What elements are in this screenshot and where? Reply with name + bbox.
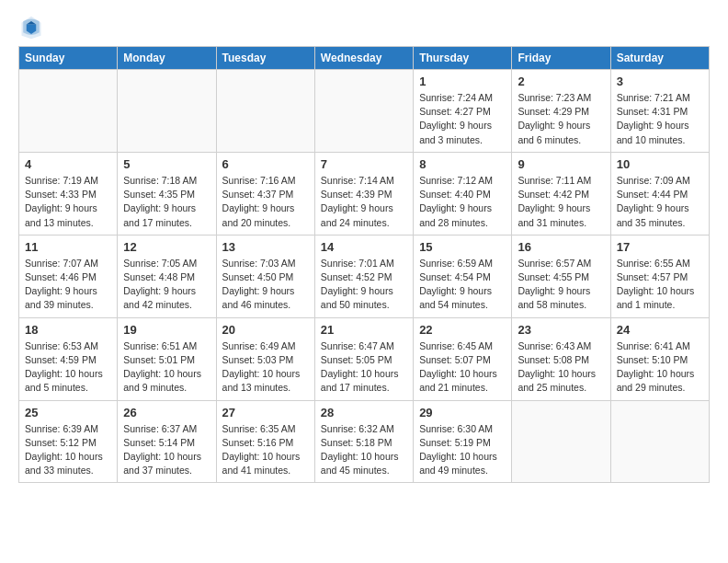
day-info: Sunrise: 6:57 AM Sunset: 4:55 PM Dayligh… xyxy=(518,257,604,313)
day-info: Sunrise: 6:37 AM Sunset: 5:14 PM Dayligh… xyxy=(123,422,210,478)
day-cell: 8Sunrise: 7:12 AM Sunset: 4:40 PM Daylig… xyxy=(414,152,512,235)
day-cell: 18Sunrise: 6:53 AM Sunset: 4:59 PM Dayli… xyxy=(19,317,118,400)
day-info: Sunrise: 7:03 AM Sunset: 4:50 PM Dayligh… xyxy=(222,257,309,313)
calendar-table: SundayMondayTuesdayWednesdayThursdayFrid… xyxy=(18,46,710,483)
day-cell: 15Sunrise: 6:59 AM Sunset: 4:54 PM Dayli… xyxy=(414,235,512,317)
day-cell: 7Sunrise: 7:14 AM Sunset: 4:39 PM Daylig… xyxy=(314,152,413,235)
day-cell: 10Sunrise: 7:09 AM Sunset: 4:44 PM Dayli… xyxy=(610,152,709,235)
day-info: Sunrise: 7:05 AM Sunset: 4:48 PM Dayligh… xyxy=(123,257,210,313)
day-number: 23 xyxy=(518,323,604,337)
week-row-1: 4Sunrise: 7:19 AM Sunset: 4:33 PM Daylig… xyxy=(19,152,710,235)
day-number: 14 xyxy=(321,240,407,254)
header-cell-saturday: Saturday xyxy=(610,47,709,70)
page-header xyxy=(18,15,710,40)
day-cell xyxy=(19,70,118,153)
day-info: Sunrise: 6:59 AM Sunset: 4:54 PM Dayligh… xyxy=(419,257,506,313)
day-cell: 28Sunrise: 6:32 AM Sunset: 5:18 PM Dayli… xyxy=(314,400,413,483)
day-number: 4 xyxy=(25,157,111,171)
day-cell: 17Sunrise: 6:55 AM Sunset: 4:57 PM Dayli… xyxy=(610,235,709,317)
day-number: 2 xyxy=(518,75,604,88)
day-cell: 4Sunrise: 7:19 AM Sunset: 4:33 PM Daylig… xyxy=(19,152,118,235)
day-number: 17 xyxy=(617,240,703,254)
day-cell: 20Sunrise: 6:49 AM Sunset: 5:03 PM Dayli… xyxy=(216,317,314,400)
day-info: Sunrise: 7:11 AM Sunset: 4:42 PM Dayligh… xyxy=(518,174,604,230)
day-cell: 21Sunrise: 6:47 AM Sunset: 5:05 PM Dayli… xyxy=(314,317,413,400)
day-cell: 14Sunrise: 7:01 AM Sunset: 4:52 PM Dayli… xyxy=(314,235,413,317)
day-number: 20 xyxy=(222,323,309,337)
day-cell: 9Sunrise: 7:11 AM Sunset: 4:42 PM Daylig… xyxy=(512,152,610,235)
day-cell: 16Sunrise: 6:57 AM Sunset: 4:55 PM Dayli… xyxy=(512,235,610,317)
day-number: 18 xyxy=(25,323,111,337)
week-row-2: 11Sunrise: 7:07 AM Sunset: 4:46 PM Dayli… xyxy=(19,235,710,317)
day-number: 12 xyxy=(123,240,210,254)
day-number: 16 xyxy=(518,240,604,254)
day-number: 15 xyxy=(419,240,506,254)
day-number: 22 xyxy=(419,323,506,337)
day-number: 10 xyxy=(617,157,703,171)
day-cell: 19Sunrise: 6:51 AM Sunset: 5:01 PM Dayli… xyxy=(118,317,216,400)
day-cell: 2Sunrise: 7:23 AM Sunset: 4:29 PM Daylig… xyxy=(512,70,610,153)
day-cell: 23Sunrise: 6:43 AM Sunset: 5:08 PM Dayli… xyxy=(512,317,610,400)
day-cell: 5Sunrise: 7:18 AM Sunset: 4:35 PM Daylig… xyxy=(118,152,216,235)
header-row: SundayMondayTuesdayWednesdayThursdayFrid… xyxy=(19,47,710,70)
header-cell-thursday: Thursday xyxy=(414,47,512,70)
day-number: 21 xyxy=(321,323,407,337)
day-info: Sunrise: 7:23 AM Sunset: 4:29 PM Dayligh… xyxy=(518,91,604,147)
day-info: Sunrise: 7:14 AM Sunset: 4:39 PM Dayligh… xyxy=(321,174,407,230)
day-info: Sunrise: 6:32 AM Sunset: 5:18 PM Dayligh… xyxy=(321,422,407,478)
header-cell-monday: Monday xyxy=(118,47,216,70)
day-number: 7 xyxy=(321,157,407,171)
day-number: 19 xyxy=(123,323,210,337)
day-info: Sunrise: 6:41 AM Sunset: 5:10 PM Dayligh… xyxy=(617,339,703,396)
day-cell xyxy=(118,70,216,153)
day-number: 27 xyxy=(222,406,309,419)
day-number: 26 xyxy=(123,406,210,419)
logo-icon xyxy=(18,15,44,40)
day-cell xyxy=(314,70,413,153)
day-info: Sunrise: 7:21 AM Sunset: 4:31 PM Dayligh… xyxy=(617,91,703,147)
day-info: Sunrise: 6:49 AM Sunset: 5:03 PM Dayligh… xyxy=(222,339,309,396)
day-number: 25 xyxy=(25,406,111,419)
day-number: 29 xyxy=(419,406,506,419)
day-info: Sunrise: 6:30 AM Sunset: 5:19 PM Dayligh… xyxy=(419,422,506,478)
week-row-3: 18Sunrise: 6:53 AM Sunset: 4:59 PM Dayli… xyxy=(19,317,710,400)
day-number: 5 xyxy=(123,157,210,171)
day-cell: 22Sunrise: 6:45 AM Sunset: 5:07 PM Dayli… xyxy=(414,317,512,400)
day-number: 6 xyxy=(222,157,309,171)
day-number: 13 xyxy=(222,240,309,254)
day-cell: 1Sunrise: 7:24 AM Sunset: 4:27 PM Daylig… xyxy=(414,70,512,153)
header-cell-sunday: Sunday xyxy=(19,47,118,70)
day-number: 11 xyxy=(25,240,111,254)
day-cell xyxy=(610,400,709,483)
day-number: 28 xyxy=(321,406,407,419)
day-info: Sunrise: 6:39 AM Sunset: 5:12 PM Dayligh… xyxy=(25,422,111,478)
week-row-4: 25Sunrise: 6:39 AM Sunset: 5:12 PM Dayli… xyxy=(19,400,710,483)
day-info: Sunrise: 7:01 AM Sunset: 4:52 PM Dayligh… xyxy=(321,257,407,313)
day-number: 9 xyxy=(518,157,604,171)
day-number: 1 xyxy=(419,75,506,88)
day-info: Sunrise: 6:43 AM Sunset: 5:08 PM Dayligh… xyxy=(518,339,604,396)
day-info: Sunrise: 6:47 AM Sunset: 5:05 PM Dayligh… xyxy=(321,339,407,396)
day-info: Sunrise: 7:12 AM Sunset: 4:40 PM Dayligh… xyxy=(419,174,506,230)
day-info: Sunrise: 7:07 AM Sunset: 4:46 PM Dayligh… xyxy=(25,257,111,313)
header-cell-friday: Friday xyxy=(512,47,610,70)
day-cell: 11Sunrise: 7:07 AM Sunset: 4:46 PM Dayli… xyxy=(19,235,118,317)
day-number: 8 xyxy=(419,157,506,171)
logo xyxy=(18,15,48,40)
day-cell xyxy=(512,400,610,483)
day-cell: 27Sunrise: 6:35 AM Sunset: 5:16 PM Dayli… xyxy=(216,400,314,483)
header-cell-tuesday: Tuesday xyxy=(216,47,314,70)
header-cell-wednesday: Wednesday xyxy=(314,47,413,70)
day-info: Sunrise: 6:55 AM Sunset: 4:57 PM Dayligh… xyxy=(617,257,703,313)
day-cell xyxy=(216,70,314,153)
day-cell: 26Sunrise: 6:37 AM Sunset: 5:14 PM Dayli… xyxy=(118,400,216,483)
day-info: Sunrise: 6:45 AM Sunset: 5:07 PM Dayligh… xyxy=(419,339,506,396)
day-cell: 12Sunrise: 7:05 AM Sunset: 4:48 PM Dayli… xyxy=(118,235,216,317)
day-cell: 6Sunrise: 7:16 AM Sunset: 4:37 PM Daylig… xyxy=(216,152,314,235)
week-row-0: 1Sunrise: 7:24 AM Sunset: 4:27 PM Daylig… xyxy=(19,70,710,153)
day-cell: 3Sunrise: 7:21 AM Sunset: 4:31 PM Daylig… xyxy=(610,70,709,153)
day-info: Sunrise: 7:09 AM Sunset: 4:44 PM Dayligh… xyxy=(617,174,703,230)
day-info: Sunrise: 7:16 AM Sunset: 4:37 PM Dayligh… xyxy=(222,174,309,230)
day-info: Sunrise: 7:24 AM Sunset: 4:27 PM Dayligh… xyxy=(419,91,506,147)
day-info: Sunrise: 7:18 AM Sunset: 4:35 PM Dayligh… xyxy=(123,174,210,230)
